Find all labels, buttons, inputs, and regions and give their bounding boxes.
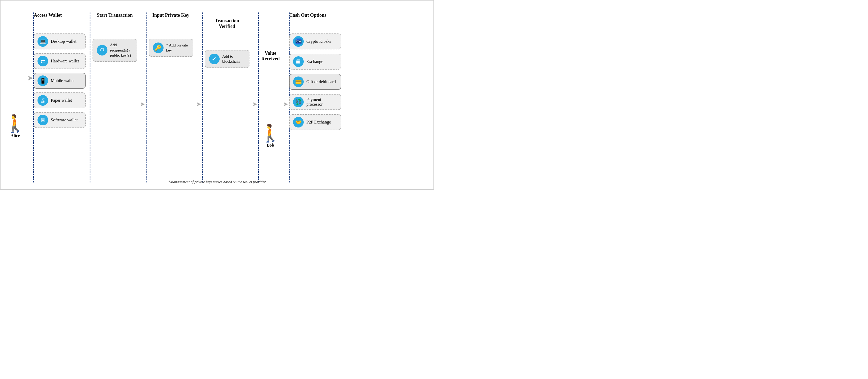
transaction-verified-column: Transaction Verified ✔ Add to blockchain [203,12,252,68]
crypto-kiosks-label: Crypto Kiosks [306,39,331,44]
desktop-wallet-icon: 💻 [37,36,48,47]
footnote: *Management of private keys varies based… [168,180,266,184]
cashout-card-gift-debit[interactable]: 💳 Gift or debit card [289,74,341,90]
alice-person: 🚶 Alice [4,115,26,138]
mobile-wallet-label: Mobile wallet [51,78,74,83]
wallet-card-desktop[interactable]: 💻 Desktop wallet [34,33,86,49]
wallet-card-hardware[interactable]: ⇄ Hardware wallet [34,53,86,69]
value-received-column: Value Received 🚶 Bob [258,45,282,148]
value-received-header: Value Received [261,45,280,62]
start-transaction-icon: ⏱ [97,45,107,56]
p2p-exchange-icon: 🤝 [293,117,304,128]
bob-figure-wrap: 🚶 Bob [260,125,281,148]
cashout-card-crypto-kiosks[interactable]: 🏧 Crypto Kiosks [289,33,341,49]
private-key-icon: 🔑 [153,42,163,53]
access-wallet-header: Access Wallet [34,12,62,18]
payment-processor-icon: 💱 [293,97,304,107]
bob-label: Bob [267,143,274,148]
diagram-container: 🚶 Alice ➤ Access Wallet 💻 Desktop wallet [0,0,434,190]
alice-column: 🚶 Alice [3,54,27,138]
exchange-label: Exchange [306,59,323,64]
mobile-wallet-icon: 📱 [37,75,48,86]
input-private-key-box: 🔑 * Add private key [149,39,193,57]
cashout-list: 🏧 Crypto Kiosks 🏛 Exchange 💳 Gift or deb… [289,33,341,133]
start-transaction-text: Add recipient(s) / public key(s) [110,42,133,58]
step2-to-step3-arrow: ➤ [196,100,201,108]
transaction-verified-box: ✔ Add to blockchain [205,50,249,68]
software-wallet-label: Software wallet [51,118,78,123]
value-received-label: Value Received [261,50,280,61]
wallet-card-software[interactable]: 🖥 Software wallet [34,112,86,128]
access-wallet-column: Access Wallet 💻 Desktop wallet ⇄ Hardwar… [34,12,90,131]
bob-icon: 🚶 [260,125,281,142]
paper-wallet-icon: 🖨 [37,95,48,106]
alice-icon: 🚶 [4,115,26,132]
verified-icon: ✔ [209,54,220,64]
p2p-exchange-label: P2P Exchange [306,120,331,125]
step1-to-step2-arrow: ➤ [140,100,145,108]
private-key-text: * Add private key [166,43,189,53]
wallet-card-mobile[interactable]: 📱 Mobile wallet [34,73,86,89]
payment-processor-label: Payment processor [306,97,338,107]
verified-text: Add to blockchain [222,54,245,64]
input-private-key-column: Input Private Key 🔑 * Add private key [146,12,195,57]
gift-debit-icon: 💳 [293,76,304,87]
wallet-card-paper[interactable]: 🖨 Paper wallet [34,93,86,108]
start-transaction-header: Start Transaction [97,12,133,18]
bob-person: 🚶 Bob [260,125,281,148]
exchange-icon: 🏛 [293,56,304,67]
transaction-verified-label: Transaction Verified [215,18,239,29]
cashout-card-exchange[interactable]: 🏛 Exchange [289,54,341,70]
alice-figure-wrap: 🚶 Alice [4,115,26,138]
desktop-wallet-label: Desktop wallet [51,39,76,44]
paper-wallet-label: Paper wallet [51,98,72,103]
alice-to-wallet-arrow: ➤ [27,74,33,82]
start-transaction-column: Start Transaction ⏱ Add recipient(s) / p… [90,12,140,62]
step3-to-bob-arrow: ➤ [252,100,257,108]
cashout-card-payment-processor[interactable]: 💱 Payment processor [289,94,341,110]
input-private-key-header: Input Private Key [152,12,189,18]
software-wallet-icon: 🖥 [37,115,48,125]
hardware-wallet-icon: ⇄ [37,56,48,66]
wallets-list: 💻 Desktop wallet ⇄ Hardware wallet 📱 Mob… [34,33,86,131]
gift-debit-label: Gift or debit card [306,79,336,84]
cashout-column: Cash Out Options 🏧 Crypto Kiosks 🏛 Excha… [289,12,345,133]
crypto-kiosks-icon: 🏧 [293,36,304,47]
transaction-verified-header: Transaction Verified [215,12,239,29]
hardware-wallet-label: Hardware wallet [51,59,79,64]
alice-label: Alice [11,133,20,138]
start-transaction-box: ⏱ Add recipient(s) / public key(s) [93,39,137,62]
cashout-header: Cash Out Options [289,12,326,18]
bob-to-cashout-arrow: ➤ [283,100,288,108]
cashout-card-p2p-exchange[interactable]: 🤝 P2P Exchange [289,114,341,130]
